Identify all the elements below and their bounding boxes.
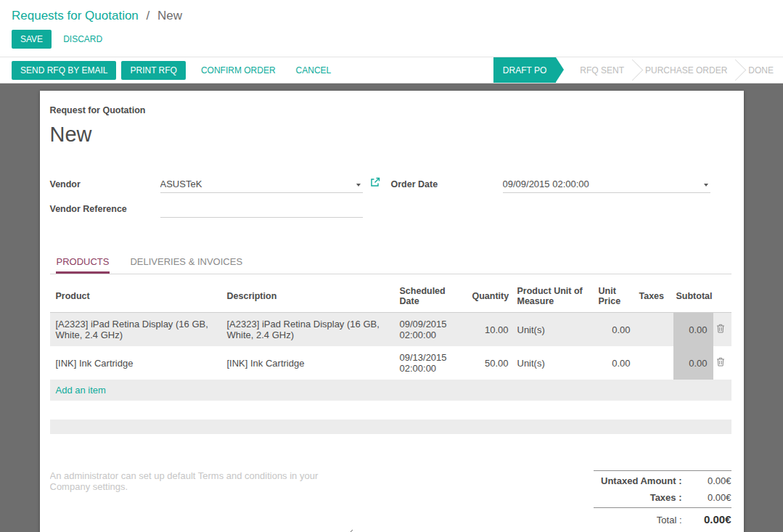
caret-down-icon[interactable] xyxy=(704,184,708,187)
col-header-quantity: Quantity xyxy=(470,280,515,313)
form-canvas: Request for Quotation New Vendor xyxy=(0,83,783,532)
trash-icon[interactable] xyxy=(716,324,725,335)
breadcrumb-separator: / xyxy=(147,9,150,22)
col-header-scheduled-date: Scheduled Date xyxy=(397,280,470,313)
col-header-description: Description xyxy=(224,280,397,313)
table-row: [INK] Ink Cartridge [INK] Ink Cartridge … xyxy=(50,346,731,380)
col-header-unit-price: Unit Price xyxy=(596,280,636,313)
vendor-reference-label: Vendor Reference xyxy=(50,204,160,218)
table-row: [A2323] iPad Retina Display (16 GB, Whit… xyxy=(50,313,731,347)
save-button[interactable]: SAVE xyxy=(12,30,52,49)
cell-product[interactable]: [INK] Ink Cartridge xyxy=(50,346,224,380)
form-fields: Vendor xyxy=(50,176,731,225)
order-date-label: Order Date xyxy=(391,179,503,193)
taxes-value: 0.00€ xyxy=(689,492,731,503)
discard-button[interactable]: DISCARD xyxy=(63,34,102,44)
total-row: Total : 0.00€ xyxy=(594,507,731,528)
workflow-buttons: SEND RFQ BY EMAIL PRINT RFQ CONFIRM ORDE… xyxy=(12,57,341,83)
untaxed-amount-value: 0.00€ xyxy=(689,475,731,486)
cell-scheduled-date[interactable]: 09/13/2015 02:00:00 xyxy=(397,346,470,380)
record-action-row: SAVE DISCARD xyxy=(12,30,771,57)
print-rfq-button[interactable]: PRINT RFQ xyxy=(121,61,185,80)
cell-uom[interactable]: Unit(s) xyxy=(515,313,596,347)
workflow-toolbar: SEND RFQ BY EMAIL PRINT RFQ CONFIRM ORDE… xyxy=(0,57,783,83)
cell-description[interactable]: [A2323] iPad Retina Display (16 GB, Whit… xyxy=(224,313,397,347)
cell-quantity[interactable]: 10.00 xyxy=(470,313,515,347)
cell-product[interactable]: [A2323] iPad Retina Display (16 GB, Whit… xyxy=(50,313,224,347)
cell-taxes[interactable] xyxy=(636,313,673,347)
untaxed-amount-row: Untaxed Amount : 0.00€ xyxy=(594,472,731,489)
col-header-uom: Product Unit of Measure xyxy=(515,280,596,313)
terms-and-conditions-input[interactable] xyxy=(50,470,353,532)
breadcrumb-parent-link[interactable]: Requests for Quotation xyxy=(12,9,139,22)
form-sheet: Request for Quotation New Vendor xyxy=(40,91,744,532)
add-item-row: Add an item xyxy=(50,380,731,401)
total-label: Total : xyxy=(657,515,682,525)
vendor-label: Vendor xyxy=(50,179,160,193)
cell-quantity[interactable]: 50.00 xyxy=(470,346,515,380)
page-title: New xyxy=(50,123,731,147)
col-header-product: Product xyxy=(50,280,224,313)
empty-section xyxy=(50,420,731,434)
col-header-subtotal: Subtotal xyxy=(673,280,713,313)
cell-description[interactable]: [INK] Ink Cartridge xyxy=(224,346,397,380)
cell-uom[interactable]: Unit(s) xyxy=(515,346,596,380)
external-link-icon[interactable] xyxy=(370,177,380,190)
cell-unit-price[interactable]: 0.00 xyxy=(596,346,636,380)
cell-scheduled-date[interactable]: 09/09/2015 02:00:00 xyxy=(397,313,470,347)
untaxed-amount-label: Untaxed Amount : xyxy=(601,475,681,486)
vendor-input[interactable] xyxy=(160,177,363,193)
totals-block: Untaxed Amount : 0.00€ Taxes : 0.00€ Tot… xyxy=(594,470,731,532)
statusbar: DRAFT PO RFQ SENT PURCHASE ORDER DONE xyxy=(493,57,783,83)
cell-taxes[interactable] xyxy=(636,346,673,380)
col-header-taxes: Taxes xyxy=(636,280,673,313)
header: Requests for Quotation / New SAVE DISCAR… xyxy=(0,0,783,57)
statusbar-step-purchase-order[interactable]: PURCHASE ORDER xyxy=(636,57,737,83)
breadcrumb-current: New xyxy=(157,9,182,22)
cell-subtotal: 0.00 xyxy=(673,346,713,380)
order-lines-table: Product Description Scheduled Date Quant… xyxy=(50,280,731,401)
cancel-button[interactable]: CANCEL xyxy=(296,65,332,75)
taxes-label: Taxes : xyxy=(650,492,682,503)
cell-subtotal: 0.00 xyxy=(673,313,713,347)
page: Requests for Quotation / New SAVE DISCAR… xyxy=(0,0,783,532)
tab-products[interactable]: PRODUCTS xyxy=(56,251,110,274)
table-header-row: Product Description Scheduled Date Quant… xyxy=(50,280,731,313)
sheet-footer: Untaxed Amount : 0.00€ Taxes : 0.00€ Tot… xyxy=(50,470,731,532)
send-rfq-by-email-button[interactable]: SEND RFQ BY EMAIL xyxy=(12,61,116,80)
trash-icon[interactable] xyxy=(716,357,725,369)
order-date-input[interactable] xyxy=(503,177,710,193)
document-type-label: Request for Quotation xyxy=(50,105,731,115)
total-value: 0.00€ xyxy=(689,513,731,525)
taxes-row: Taxes : 0.00€ xyxy=(594,489,731,506)
add-an-item-link[interactable]: Add an item xyxy=(56,385,106,396)
tab-deliveries-invoices[interactable]: DELIVERIES & INVOICES xyxy=(129,251,243,274)
vendor-reference-input[interactable] xyxy=(160,202,363,218)
breadcrumb: Requests for Quotation / New xyxy=(12,9,771,23)
confirm-order-button[interactable]: CONFIRM ORDER xyxy=(201,65,276,75)
statusbar-step-draft-po[interactable]: DRAFT PO xyxy=(493,57,556,83)
notebook-tabs: PRODUCTS DELIVERIES & INVOICES xyxy=(50,251,731,274)
cell-unit-price[interactable]: 0.00 xyxy=(596,313,636,347)
caret-down-icon[interactable] xyxy=(356,184,361,187)
col-header-actions xyxy=(713,280,731,313)
